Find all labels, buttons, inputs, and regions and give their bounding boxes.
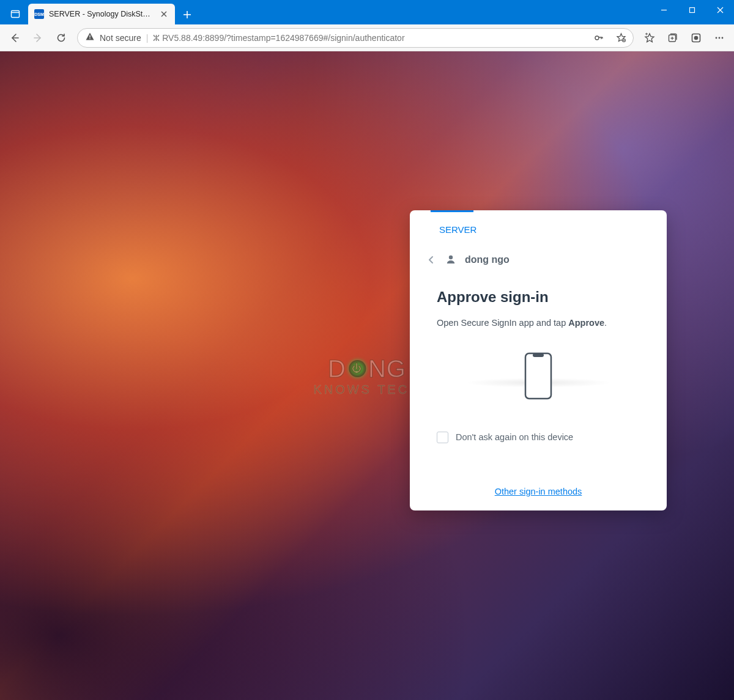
username-label: dong ngo <box>465 254 510 265</box>
address-separator: | <box>146 33 149 43</box>
window-controls <box>650 0 734 24</box>
not-secure-icon <box>85 32 95 43</box>
other-signin-methods: Other sign-in methods <box>410 443 667 497</box>
tab-favicon: DSM <box>34 9 44 19</box>
more-menu-button[interactable] <box>708 27 730 49</box>
card-title: Approve sign-in <box>410 267 667 306</box>
favorites-button[interactable] <box>639 27 661 49</box>
remember-label: Don't ask again on this device <box>456 432 573 442</box>
tab-close-icon[interactable] <box>158 8 170 20</box>
window-maximize-button[interactable] <box>678 0 706 20</box>
user-row: dong ngo <box>410 235 667 267</box>
card-instruction: Open Secure SignIn app and tap Approve. <box>410 306 667 330</box>
svg-rect-27 <box>525 353 551 399</box>
url-text: ⵣ RV5.88.49:8899/?timestamp=1624987669#/… <box>153 33 585 43</box>
browser-tab[interactable]: DSM SERVER - Synology DiskStation <box>28 4 175 24</box>
extension-icon[interactable] <box>685 27 707 49</box>
svg-rect-0 <box>12 11 20 18</box>
address-bar[interactable]: Not secure | ⵣ RV5.88.49:8899/?timestamp… <box>77 28 634 48</box>
svg-rect-13 <box>89 39 90 39</box>
tab-strip: DSM SERVER - Synology DiskStation <box>0 0 650 24</box>
nav-back-button[interactable] <box>4 27 26 49</box>
svg-rect-7 <box>689 7 694 12</box>
favorite-star-icon[interactable] <box>612 32 629 43</box>
remember-device-row[interactable]: Don't ask again on this device <box>410 411 667 443</box>
phone-illustration <box>410 330 667 411</box>
browser-toolbar: Not secure | ⵣ RV5.88.49:8899/?timestamp… <box>0 24 734 51</box>
window-minimize-button[interactable] <box>650 0 678 20</box>
page-viewport: D ⏻ NG KNOWS TECH SERVER dong ngo Approv… <box>0 51 734 700</box>
server-name-label: SERVER <box>410 212 667 235</box>
tab-title: SERVER - Synology DiskStation <box>49 10 153 18</box>
window-close-button[interactable] <box>706 0 734 20</box>
svg-point-22 <box>694 35 699 40</box>
power-icon: ⏻ <box>349 360 366 377</box>
svg-point-23 <box>716 37 717 39</box>
password-key-icon[interactable] <box>590 32 607 43</box>
other-signin-link[interactable]: Other sign-in methods <box>495 487 582 496</box>
remember-checkbox[interactable] <box>437 432 448 443</box>
svg-point-24 <box>719 37 721 39</box>
watermark: D ⏻ NG KNOWS TECH <box>313 355 420 397</box>
svg-point-26 <box>449 256 453 259</box>
collections-button[interactable] <box>662 27 684 49</box>
svg-point-25 <box>722 37 724 39</box>
svg-point-14 <box>595 36 599 40</box>
signin-card: SERVER dong ngo Approve sign-in Open Sec… <box>410 210 667 510</box>
new-tab-button[interactable] <box>177 5 197 24</box>
svg-rect-12 <box>89 35 90 38</box>
window-titlebar: DSM SERVER - Synology DiskStation <box>0 0 734 24</box>
user-icon <box>445 254 458 266</box>
nav-refresh-button[interactable] <box>50 27 72 49</box>
tab-actions-icon[interactable] <box>5 4 26 24</box>
nav-forward-button[interactable] <box>27 27 49 49</box>
phone-icon <box>524 352 552 400</box>
back-icon[interactable] <box>424 253 438 267</box>
svg-rect-28 <box>533 353 544 357</box>
security-label: Not secure <box>100 33 141 43</box>
